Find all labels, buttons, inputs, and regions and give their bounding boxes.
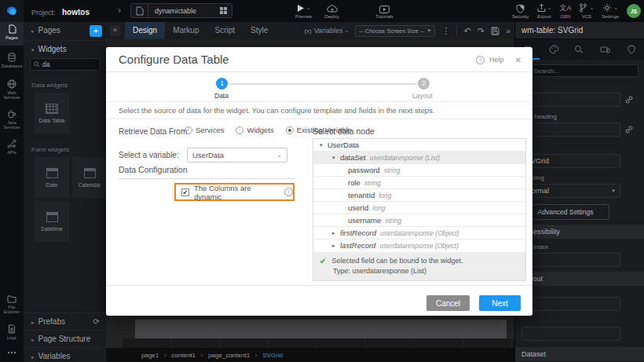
help-icon[interactable]: ? [476, 56, 485, 64]
tri-down-icon[interactable]: ▾ [320, 139, 327, 152]
tree-node-username[interactable]: username string [313, 214, 525, 227]
tri-right-icon[interactable]: ▸ [332, 240, 340, 252]
widget-tile-calendar[interactable]: Calendar [72, 157, 107, 198]
tab-markup[interactable]: Markup [165, 22, 207, 39]
next-button[interactable]: Next [479, 295, 521, 311]
accordion-page-structure[interactable]: ▸Page Structure [24, 330, 106, 347]
help-link[interactable]: Help [489, 56, 504, 64]
accordion-widgets[interactable]: ▾Widgets [24, 40, 106, 57]
tutorials-button[interactable]: Tutorials [375, 2, 393, 19]
tri-down-icon[interactable]: ▾ [332, 152, 340, 164]
breadcrumb-item[interactable]: page1 [141, 352, 159, 359]
rail-more-button[interactable] [0, 349, 24, 360]
bind-link-icon[interactable] [625, 126, 633, 133]
variables-button[interactable]: (x) Variables ⌄ [304, 27, 349, 35]
kebab-menu-icon[interactable]: ⋮ [441, 26, 450, 36]
layout-section-header[interactable]: Layout [515, 272, 644, 286]
settings-button[interactable]: ⌄ Settings [602, 2, 619, 19]
tree-node-password[interactable]: password string [313, 164, 525, 177]
info-line-1: Selected field can be bound to the widge… [331, 256, 463, 266]
tree-node-dataset[interactable]: ▾ dataSet userdataresponse (List) [313, 152, 525, 164]
deploy-button[interactable]: Deploy [324, 2, 339, 19]
add-page-button[interactable]: + [90, 25, 102, 37]
radio-widgets[interactable]: Widgets [236, 126, 273, 134]
tree-node-userid[interactable]: userId long [313, 202, 525, 214]
help-icon[interactable]: ? [284, 188, 293, 196]
table-widget-footer[interactable] [135, 320, 507, 338]
table-pagination-row[interactable] [122, 338, 515, 348]
redo-button[interactable]: ↷ [478, 26, 485, 36]
props-tab-events[interactable] [567, 39, 593, 60]
rail-item-logs[interactable]: Logs [0, 322, 24, 346]
save-button[interactable] [491, 27, 499, 35]
props-tab-security[interactable] [618, 39, 644, 60]
tab-design[interactable]: Design [125, 22, 165, 39]
breadcrumb-item-current[interactable]: SVGrid [262, 352, 283, 359]
tree-node-role[interactable]: role string [313, 177, 525, 189]
rail-item-pages[interactable]: Pages [0, 22, 24, 46]
props-tab-devices[interactable] [592, 39, 618, 60]
checkbox-checked-icon[interactable]: ✔ [181, 188, 189, 196]
dataset-section-header[interactable]: Dataset [515, 347, 644, 361]
tree-node-tenantid[interactable]: tenantId long [313, 189, 525, 202]
more-dots-icon [7, 351, 16, 354]
tree-node-firstrecord[interactable]: ▸ firstRecord userdataresponse (Object) [313, 227, 525, 240]
variable-select[interactable]: UserData ⌄ [187, 148, 287, 163]
subheading-field[interactable] [521, 122, 620, 137]
step-2-label: Layout [412, 92, 433, 100]
props-search-input[interactable] [534, 68, 628, 75]
widget-tile-datetime[interactable]: Datetime [35, 201, 69, 242]
security-button[interactable]: Security [512, 2, 529, 19]
step-1-circle[interactable]: 1 [216, 78, 228, 90]
breadcrumb-sep-icon: > [163, 353, 166, 358]
tab-style[interactable]: Style [243, 22, 276, 39]
breadcrumb-item[interactable]: page_content1 [208, 352, 250, 359]
i18n-button[interactable]: 文A I18N [559, 2, 571, 19]
props-tab-styles[interactable] [541, 39, 567, 60]
wavemaker-logo[interactable] [0, 0, 24, 22]
tri-right-icon[interactable]: ▸ [332, 227, 340, 240]
export-button[interactable]: ⌄ Export [537, 2, 552, 19]
title-field[interactable] [521, 93, 620, 107]
breadcrumb-sep-icon: > [254, 353, 258, 358]
widget-tile-data-table[interactable]: Data Table [35, 93, 69, 133]
refresh-icon[interactable]: ⟳ [93, 313, 100, 331]
current-page-selector[interactable]: dynamictable [130, 3, 232, 18]
close-icon[interactable]: ✕ [515, 56, 521, 64]
rail-item-java-services[interactable]: Java Services [0, 107, 24, 137]
rail-item-apis[interactable]: APIs [0, 137, 24, 160]
spacing-select[interactable]: Normal ▼ [521, 184, 620, 198]
palette-icon [549, 45, 559, 54]
tree-node-lastrecord[interactable]: ▸ lastRecord userdataresponse (Object) [313, 240, 525, 252]
widget-search-input[interactable] [42, 60, 91, 68]
widget-tile-date[interactable]: Date [35, 157, 69, 198]
rail-item-databases[interactable]: Databases [0, 50, 24, 75]
pages-grid-icon[interactable] [220, 7, 227, 14]
radio-services[interactable]: Services [185, 126, 224, 134]
collapse-panel-button[interactable]: « [110, 25, 120, 36]
undo-button[interactable]: ↶ [463, 26, 470, 36]
advanced-settings-button[interactable]: Advanced Settings [521, 204, 609, 220]
bind-link-icon[interactable] [625, 96, 633, 104]
height-field[interactable] [521, 327, 620, 341]
rail-item-file-explorer[interactable]: File Explorer [0, 292, 24, 322]
name-field[interactable] [521, 154, 620, 168]
expand-panel-button[interactable]: » [506, 26, 510, 35]
caret-down-icon: ⌄ [589, 5, 594, 11]
accessibility-section-header[interactable]: Accessibility [515, 225, 644, 239]
step-2-circle[interactable]: 2 [418, 78, 430, 90]
accordion-pages[interactable]: ▸Pages + [24, 22, 106, 39]
vcs-button[interactable]: ⌄ VCS [579, 2, 594, 19]
accordion-variables[interactable]: ▸Variables [24, 347, 106, 362]
screen-size-select[interactable]: -- Choose Screen Size -- ▼ [355, 25, 435, 37]
tree-node-userdata[interactable]: ▾ UserData [313, 139, 525, 152]
tabindex-field[interactable] [521, 253, 620, 267]
cancel-button[interactable]: Cancel [426, 295, 470, 311]
breadcrumb-item[interactable]: content1 [171, 352, 196, 359]
user-avatar[interactable]: JS [627, 4, 641, 18]
tab-script[interactable]: Script [207, 22, 243, 39]
accordion-prefabs[interactable]: ▸Prefabs ⟳ [24, 313, 106, 330]
rail-item-web-services[interactable]: Web Services [0, 77, 24, 107]
preview-button[interactable]: ⌄ Preview [295, 2, 312, 19]
width-field[interactable] [521, 297, 620, 311]
